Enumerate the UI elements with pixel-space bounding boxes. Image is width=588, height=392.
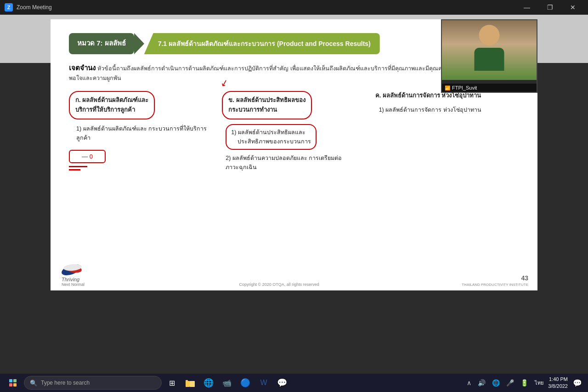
signal-icon: 📶	[445, 85, 450, 91]
restore-button[interactable]: ❐	[539, 0, 560, 15]
participant-name: FTPI_Suvit	[452, 85, 477, 91]
svg-rect-4	[186, 380, 188, 381]
col3-item1: 1) ผลลัพธ์ด้านการจัดการ ห่วงโซ่อุปาทาน	[379, 105, 519, 114]
zoom-taskbar-icon[interactable]: 📹	[219, 375, 235, 391]
zoom-icon: Z	[5, 3, 13, 11]
microphone-icon[interactable]: 🎤	[504, 377, 516, 388]
video-thumbnail: 📶 FTPI_Suvit	[441, 19, 537, 93]
slide-number: 43	[521, 274, 528, 282]
person-head	[479, 25, 500, 45]
zoom-presentation-area: หมวด 7: ผลลัพธ์ 7.1 ผลลัพธ์ด้านผลิตภัณฑ์…	[51, 19, 537, 290]
col2-item1-circle: 1) ผลลัพธ์ด้านประสิทธิผลและ ประสิทธิภาพข…	[226, 124, 317, 150]
time-display: 1:40 PM	[548, 376, 568, 383]
minimize-button[interactable]: —	[516, 0, 537, 15]
svg-rect-5	[190, 381, 195, 387]
close-button[interactable]: ✕	[562, 0, 583, 15]
video-person-area	[442, 20, 537, 80]
task-view-button[interactable]: ⊞	[164, 375, 180, 391]
red-box-annotation: — 0	[69, 150, 106, 163]
search-placeholder-text: Type here to search	[41, 380, 90, 386]
search-bar[interactable]: 🔍 Type here to search	[24, 376, 162, 390]
person-body	[475, 48, 504, 71]
clock: 1:40 PM 3/8/2022	[548, 376, 568, 390]
red-line-2	[69, 169, 80, 170]
col2-title: ข. ผลลัพธ์ด้านประสิทธิผลของกระบวนการทำงา…	[228, 97, 305, 113]
speaker-icon[interactable]: 🔊	[476, 377, 487, 388]
slide-header-content: 7.1 ผลลัพธ์ด้านผลิตภัณฑ์และกระบวนการ (Pr…	[144, 33, 380, 54]
slide-footer: Thriving Next Normal Copyright © 2020 OT…	[60, 256, 528, 287]
slide-columns: ก. ผลลัพธ์ด้านผลิตภัณฑ์และบริการที่ให้บร…	[69, 91, 519, 172]
logo-area: Thriving Next Normal	[60, 256, 96, 287]
col1-title: ก. ผลลัพธ์ด้านผลิตภัณฑ์และบริการที่ให้บร…	[75, 97, 148, 113]
titlebar: Z Zoom Meeting — ❐ ✕	[0, 0, 588, 15]
windows-logo	[9, 379, 17, 386]
slide-section-label: หมวด 7: ผลลัพธ์	[69, 33, 134, 54]
start-button[interactable]	[4, 374, 22, 392]
titlebar-controls: — ❐ ✕	[516, 0, 583, 15]
search-icon: 🔍	[30, 380, 37, 386]
footer-right: 43 THAILAND PRODUCTIVITY INSTITUTE	[462, 274, 528, 287]
word-icon[interactable]: W	[255, 375, 272, 391]
column-2: ข. ผลลัพธ์ด้านประสิทธิผลของกระบวนการทำงา…	[222, 91, 366, 172]
edge-icon[interactable]: 🌐	[200, 375, 217, 391]
chevron-up-icon[interactable]: ∧	[465, 377, 473, 388]
col2-title-circle: ข. ผลลัพธ์ด้านประสิทธิผลของกระบวนการทำงา…	[222, 91, 311, 119]
file-explorer-icon[interactable]	[182, 375, 198, 391]
column-1: ก. ผลลัพธ์ด้านผลิตภัณฑ์และบริการที่ให้บร…	[69, 91, 213, 170]
col1-title-circle: ก. ผลลัพธ์ด้านผลิตภัณฑ์และบริการที่ให้บร…	[69, 91, 155, 119]
lang-icon[interactable]: ไทย	[533, 377, 545, 389]
date-display: 3/8/2022	[548, 383, 568, 390]
col1-annotation: — 0	[69, 150, 213, 170]
titlebar-left: Z Zoom Meeting	[5, 3, 52, 11]
chrome-icon[interactable]: 🔵	[237, 375, 254, 391]
column-3: ค. ผลลัพธ์ด้านการจัดการ ห่วงโซ่อุปาทาน 1…	[375, 91, 519, 114]
taskbar: 🔍 Type here to search ⊞ 🌐 📹 🔵 W 💬 ∧ 🔊 🌐 …	[0, 374, 588, 392]
battery-icon[interactable]: 🔋	[519, 377, 530, 388]
video-name-label: 📶 FTPI_Suvit	[442, 84, 537, 92]
logo-svg	[60, 256, 96, 279]
system-tray: ∧ 🔊 🌐 🎤 🔋 ไทย 1:40 PM 3/8/2022 💬	[465, 376, 584, 390]
col2-item2: 2) ผลลัพธ์ด้านความปลอดภัยและ การเตรียมต่…	[226, 153, 366, 172]
col2-items: 1) ผลลัพธ์ด้านประสิทธิผลและ ประสิทธิภาพข…	[226, 124, 366, 172]
line-icon[interactable]: 💬	[274, 375, 290, 391]
red-line-1	[69, 166, 87, 167]
person-silhouette	[475, 25, 504, 71]
header-arrow-left	[134, 33, 144, 54]
titlebar-title: Zoom Meeting	[17, 4, 52, 11]
zoom-main-content: หมวด 7: ผลลัพธ์ 7.1 ผลลัพธ์ด้านผลิตภัณฑ์…	[0, 15, 588, 374]
thriving-text: Thriving Next Normal	[62, 277, 85, 287]
purpose-label: เจตจำนง	[69, 64, 96, 72]
network-icon[interactable]: 🌐	[490, 377, 502, 388]
col1-item1: 1) ผลลัพธ์ด้านผลิตภัณฑ์และ กระบวนการที่ใ…	[76, 124, 213, 142]
notification-button[interactable]: 💬	[571, 376, 584, 390]
footer-copyright: Copyright © 2020 OTQA, all rights reserv…	[239, 282, 319, 287]
org-name: THAILAND PRODUCTIVITY INSTITUTE	[462, 283, 528, 287]
svg-rect-3	[186, 381, 190, 387]
